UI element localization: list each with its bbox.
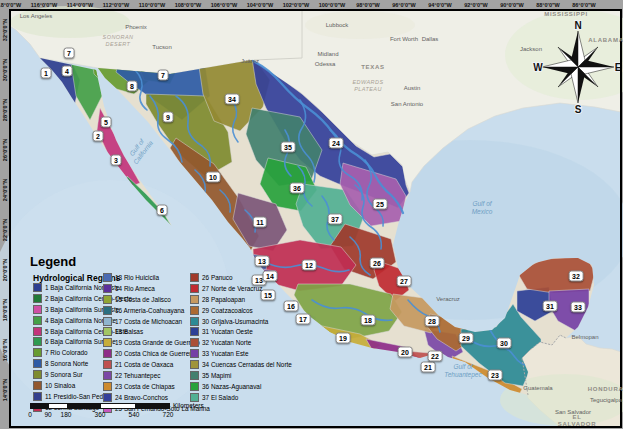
legend-color-swatch	[33, 327, 42, 336]
legend-color-swatch	[33, 337, 42, 346]
latitude-tick-label: 26°0'0"N	[2, 139, 8, 161]
longitude-tick-label: 114°0'0"W	[67, 2, 93, 8]
scale-bar-segment	[135, 404, 169, 408]
latitude-tick-label: 32°0'0"N	[2, 19, 8, 41]
legend-color-swatch	[103, 360, 112, 369]
legend-item-label: 8 Sonora Norte	[45, 360, 88, 367]
region-number-marker: 36	[290, 183, 305, 194]
legend-item-label: 17 Costa de Michoacan	[115, 318, 182, 325]
legend-item-label: 37 El Salado	[202, 394, 238, 401]
legend-color-swatch	[190, 393, 199, 402]
legend-color-swatch	[190, 273, 199, 282]
legend-color-swatch	[103, 306, 112, 315]
legend-item-label: 26 Panuco	[202, 274, 233, 281]
latitude-tick-label: 20°0'0"N	[2, 259, 8, 281]
scale-bar-graphic	[30, 403, 170, 409]
legend-color-swatch	[190, 295, 199, 304]
longitude-tick-label: 108°0'0"W	[175, 2, 202, 8]
legend-item-label: 23 Costa de Chiapas	[115, 383, 175, 390]
legend-color-swatch	[103, 371, 112, 380]
latitude-tick-label: 24°0'0"N	[2, 179, 8, 201]
legend-item-label: 13 Rio Huicicila	[115, 274, 159, 281]
region-number-marker: 26	[370, 258, 385, 269]
compass-south-label: S	[575, 104, 582, 115]
scale-tick-label: 180	[61, 411, 72, 418]
compass-north-label: N	[574, 20, 581, 31]
legend-color-swatch	[103, 295, 112, 304]
region-number-marker: 12	[302, 260, 317, 271]
legend-item: 35 Mapimi	[190, 370, 292, 381]
legend-color-swatch	[190, 338, 199, 347]
region-number-marker: 5	[101, 117, 112, 128]
region-number-marker: 3	[111, 155, 122, 166]
longitude-tick-label: 90°0'0"W	[500, 2, 524, 8]
region-number-marker: 17	[296, 314, 311, 325]
legend-color-swatch	[190, 317, 199, 326]
region-number-marker: 33	[571, 302, 586, 313]
legend-color-swatch	[103, 349, 112, 358]
legend-item-label: 9 Sonora Sur	[45, 371, 83, 378]
region-number-marker: 25	[373, 199, 388, 210]
scale-bar: 090180360540720 Kilometers	[30, 403, 170, 409]
region-number-marker: 21	[421, 362, 436, 373]
legend-item-label: 10 Sinaloa	[45, 382, 75, 389]
longitude-tick-label: 88°0'0"W	[536, 2, 560, 8]
legend-column-3: 26 Panuco 27 Norte de Veracruz 28 Papalo…	[190, 272, 292, 403]
legend-color-swatch	[103, 317, 112, 326]
compass-west-label: W	[533, 62, 543, 73]
scale-bar-segment	[31, 404, 49, 408]
legend-color-swatch	[103, 393, 112, 402]
legend-item: 36 Nazas-Aguanaval	[190, 381, 292, 392]
legend-color-swatch	[103, 273, 112, 282]
legend-color-swatch	[190, 371, 199, 380]
region-number-marker: 23	[488, 370, 503, 381]
longitude-tick-label: 94°0'0"W	[428, 2, 452, 8]
region-number-marker: 7	[158, 70, 169, 81]
legend-item: 31 Yucatan Oeste	[190, 326, 292, 337]
legend-item-label: 11 Presidio-San Pedro	[45, 393, 109, 400]
longitude-tick-label: 98°0'0"W	[356, 2, 380, 8]
longitude-tick-label: 96°0'0"W	[392, 2, 416, 8]
region-number-marker: 29	[459, 333, 474, 344]
region-number-marker: 27	[397, 276, 412, 287]
legend-color-swatch	[190, 360, 199, 369]
legend-item-label: 29 Coatzacoalcos	[202, 307, 253, 314]
legend-item: 29 Coatzacoalcos	[190, 305, 292, 316]
region-number-marker: 28	[425, 316, 440, 327]
scale-unit-label: Kilometers	[173, 402, 204, 409]
legend-color-swatch	[33, 359, 42, 368]
longitude-tick-label: 104°0'0"W	[247, 2, 274, 8]
legend-item: 28 Papaloapan	[190, 294, 292, 305]
longitude-tick-label: 86°0'0"W	[572, 2, 596, 8]
latitude-tick-label: 30°0'0"N	[2, 59, 8, 81]
legend-item: 34 Cuencas Cerradas del Norte	[190, 359, 292, 370]
scale-tick-label: 720	[163, 411, 174, 418]
region-number-marker: 9	[163, 112, 174, 123]
latitude-tick-label: 22°0'0"N	[2, 219, 8, 241]
legend-item-label: 32 Yucatan Norte	[202, 339, 251, 346]
legend-color-swatch	[33, 381, 42, 390]
longitude-tick-label: 106°0'0"W	[211, 2, 238, 8]
scale-tick-label: 90	[44, 411, 51, 418]
legend-color-swatch	[103, 338, 112, 347]
legend-item-label: 7 Rio Colorado	[45, 349, 88, 356]
longitude-tick-label: 112°0'0"W	[103, 2, 129, 8]
region-number-marker: 30	[497, 338, 512, 349]
legend-color-swatch	[190, 349, 199, 358]
legend-color-swatch	[33, 316, 42, 325]
map-figure: N E S W 118°0'0"W116°0'0"W114°0'0"W112°0…	[0, 0, 623, 429]
longitude-tick-label: 110°0'0"W	[139, 2, 165, 8]
region-number-marker: 11	[253, 217, 267, 228]
region-number-marker: 31	[543, 301, 558, 312]
longitude-tick-label: 118°0'0"W	[0, 2, 21, 8]
legend-item-label: 30 Grijalva-Usumacinta	[202, 318, 268, 325]
longitude-tick-label: 116°0'0"W	[31, 2, 57, 8]
region-number-marker: 37	[328, 214, 343, 225]
legend-item: 30 Grijalva-Usumacinta	[190, 316, 292, 327]
region-number-marker: 32	[569, 271, 584, 282]
legend-item-label: 15 Costa de Jalisco	[115, 296, 171, 303]
legend-item-label: 36 Nazas-Aguanaval	[202, 383, 261, 390]
legend-item: 37 El Salado	[190, 392, 292, 403]
legend-item-label: 31 Yucatan Oeste	[202, 328, 253, 335]
region-number-marker: 35	[281, 142, 296, 153]
